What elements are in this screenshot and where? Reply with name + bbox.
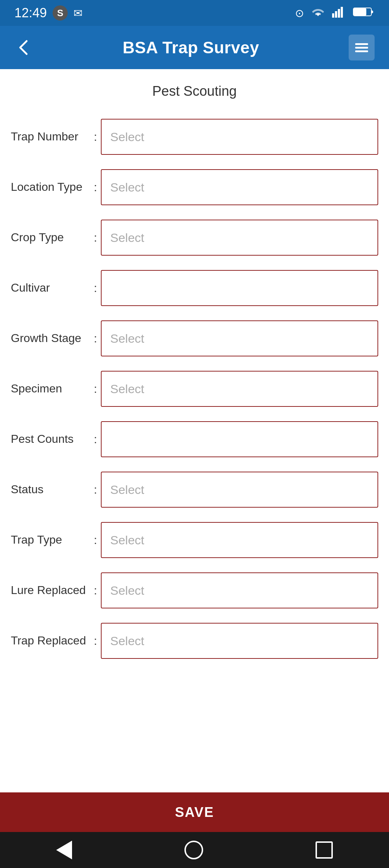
field-input-pest-counts[interactable]: [101, 421, 378, 457]
field-label-lure-replaced: Lure Replaced: [11, 583, 90, 598]
field-input-cultivar[interactable]: [101, 270, 378, 306]
nav-recents-button[interactable]: [316, 841, 333, 859]
field-label-crop-type: Crop Type: [11, 230, 90, 245]
bottom-nav: [0, 832, 389, 868]
home-circle-icon: [184, 841, 203, 859]
field-label-cultivar: Cultivar: [11, 280, 90, 296]
field-label-growth-stage: Growth Stage: [11, 331, 90, 346]
form-row: Lure Replaced:: [11, 571, 378, 610]
menu-button[interactable]: [349, 35, 375, 60]
field-input-trap-replaced[interactable]: [101, 623, 378, 659]
form-row: Pest Counts:: [11, 419, 378, 459]
form-row: Trap Type:: [11, 520, 378, 560]
save-button-container[interactable]: SAVE: [0, 792, 389, 832]
field-label-trap-number: Trap Number: [11, 129, 90, 144]
field-input-lure-replaced[interactable]: [101, 572, 378, 608]
form-row: Growth Stage:: [11, 319, 378, 358]
form-row: Trap Replaced:: [11, 621, 378, 661]
field-label-trap-type: Trap Type: [11, 532, 90, 548]
back-triangle-icon: [56, 841, 72, 859]
wifi-icon: [311, 6, 325, 20]
status-bar-right: ⊙ 77: [295, 6, 375, 20]
field-separator: :: [90, 433, 101, 446]
field-separator: :: [90, 231, 101, 244]
field-separator: :: [90, 282, 101, 295]
svg-rect-9: [355, 50, 368, 52]
form-row: Status:: [11, 470, 378, 509]
field-label-pest-counts: Pest Counts: [11, 432, 90, 447]
nav-back-button[interactable]: [56, 841, 72, 859]
back-button[interactable]: [14, 38, 33, 57]
signal-icon: [332, 6, 346, 20]
field-input-location-type[interactable]: [101, 169, 378, 205]
field-input-status[interactable]: [101, 472, 378, 508]
field-input-specimen[interactable]: [101, 371, 378, 407]
field-separator: :: [90, 130, 101, 144]
field-separator: :: [90, 534, 101, 547]
field-input-crop-type[interactable]: [101, 220, 378, 256]
save-button[interactable]: SAVE: [175, 805, 214, 820]
field-separator: :: [90, 332, 101, 345]
form-row: Crop Type:: [11, 218, 378, 257]
field-input-trap-number[interactable]: [101, 119, 378, 155]
field-input-growth-stage[interactable]: [101, 320, 378, 356]
skype-icon: S: [53, 5, 68, 21]
field-separator: :: [90, 634, 101, 648]
field-input-trap-type[interactable]: [101, 522, 378, 558]
form-row: Cultivar:: [11, 268, 378, 308]
field-separator: :: [90, 181, 101, 194]
field-label-status: Status: [11, 482, 90, 497]
app-header: BSA Trap Survey: [0, 26, 389, 69]
svg-text:77: 77: [357, 10, 362, 15]
svg-rect-2: [338, 9, 340, 18]
status-time: 12:49: [14, 5, 47, 21]
location-icon: ⊙: [295, 7, 304, 19]
field-separator: :: [90, 584, 101, 597]
field-separator: :: [90, 382, 101, 396]
svg-rect-7: [355, 43, 368, 45]
mail-icon: ✉: [73, 7, 82, 19]
form-fields: Trap Number:Location Type:Crop Type:Cult…: [11, 117, 378, 661]
field-label-specimen: Specimen: [11, 381, 90, 396]
page-title: BSA Trap Survey: [122, 38, 259, 57]
svg-rect-0: [332, 13, 334, 18]
battery-icon: 77: [353, 6, 375, 20]
status-bar: 12:49 S ✉ ⊙ 77: [0, 0, 389, 26]
field-separator: :: [90, 483, 101, 496]
svg-rect-1: [335, 11, 337, 18]
recents-square-icon: [316, 841, 333, 859]
form-row: Specimen:: [11, 369, 378, 409]
form-title: Pest Scouting: [11, 84, 378, 99]
nav-home-button[interactable]: [184, 841, 203, 859]
svg-rect-3: [341, 7, 343, 18]
form-row: Location Type:: [11, 167, 378, 207]
main-content: Pest Scouting Trap Number:Location Type:…: [0, 69, 389, 792]
svg-rect-8: [355, 47, 368, 49]
status-bar-left: 12:49 S ✉: [14, 5, 82, 21]
field-label-trap-replaced: Trap Replaced: [11, 633, 90, 648]
field-label-location-type: Location Type: [11, 180, 90, 195]
form-row: Trap Number:: [11, 117, 378, 157]
